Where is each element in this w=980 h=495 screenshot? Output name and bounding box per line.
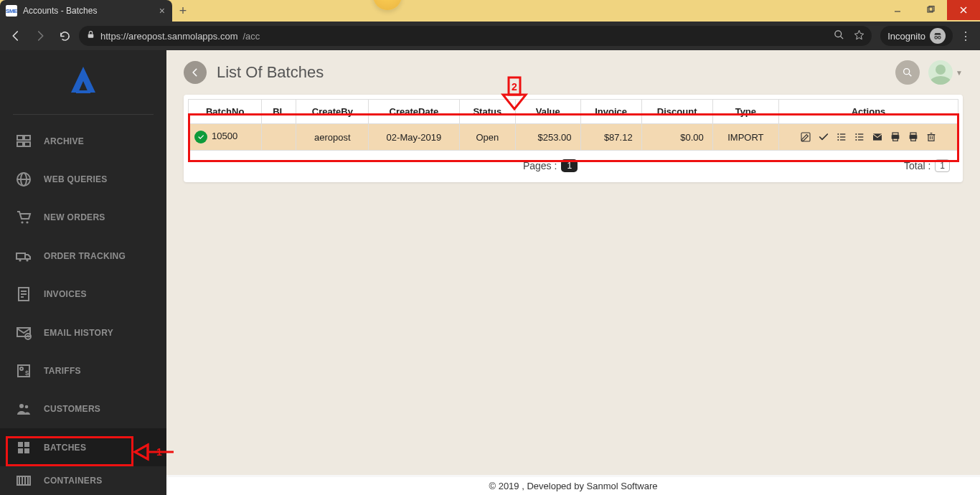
svg-point-48 (837, 136, 839, 138)
cell-invoice: $87.12 (580, 124, 641, 151)
invoice-icon (14, 285, 33, 303)
sidebar-item-label: ORDER TRACKING (44, 251, 126, 261)
site-footer: © 2019 , Developed by Sanmol Software (166, 475, 980, 495)
status-check-icon (194, 131, 207, 143)
browser-tab[interactable]: SME Accounts - Batches × (0, 0, 172, 22)
footer-text: © 2019 , Developed by Sanmol Software (489, 481, 657, 491)
incognito-icon (930, 28, 946, 44)
batches-card: BatchNo BL CreateBy CreateDate Status Va… (184, 95, 963, 182)
back-button[interactable] (6, 26, 26, 46)
zoom-icon[interactable] (834, 29, 844, 42)
sidebar-divider (13, 114, 154, 115)
list-icon[interactable] (836, 131, 847, 143)
reload-button[interactable] (55, 26, 75, 46)
sidebar-item-batches[interactable]: BATCHES (0, 428, 166, 466)
new-tab-button[interactable]: + (172, 0, 194, 22)
sidebar-item-customers[interactable]: CUSTOMERS (0, 390, 166, 428)
svg-text:$: $ (25, 369, 29, 377)
close-window-button[interactable] (947, 0, 980, 20)
print-icon[interactable] (890, 131, 901, 143)
cell-status: Open (459, 124, 516, 151)
sidebar-item-archive[interactable]: ARCHIVE (0, 122, 166, 160)
truck-icon (14, 247, 33, 265)
col-bl[interactable]: BL (262, 100, 296, 124)
approve-icon[interactable] (818, 131, 829, 143)
col-type[interactable]: Type (712, 100, 778, 124)
sidebar-item-web-queries[interactable]: WEB QUERIES (0, 160, 166, 198)
cart-icon (14, 208, 33, 227)
sidebar-item-label: NEW ORDERS (44, 212, 105, 222)
incognito-label: Incognito (887, 31, 925, 42)
col-value[interactable]: Value (516, 100, 581, 124)
pagination: Pages : 1 (523, 159, 578, 172)
favicon-icon: SME (6, 5, 17, 16)
browser-menu-button[interactable]: ⋮ (957, 29, 974, 43)
svg-point-9 (938, 37, 941, 39)
edit-icon[interactable] (800, 131, 811, 143)
lock-icon (86, 30, 95, 42)
col-createdate[interactable]: CreateDate (369, 100, 459, 124)
email-icon[interactable] (872, 131, 883, 143)
svg-point-6 (835, 31, 842, 37)
cell-bl (262, 124, 296, 151)
decorative-sun (373, 0, 402, 10)
batches-icon (14, 438, 33, 457)
page-title: List Of Batches (217, 63, 324, 82)
customers-icon (14, 400, 33, 418)
window-controls (881, 0, 980, 20)
svg-point-33 (19, 404, 24, 408)
col-invoice[interactable]: Invoice (580, 100, 641, 124)
svg-rect-36 (24, 442, 29, 447)
table-row[interactable]: 10500 aeropost 02-May-2019 Open $253.00 … (189, 124, 958, 151)
svg-rect-35 (18, 442, 23, 447)
col-batchno[interactable]: BatchNo (189, 100, 262, 124)
address-bar[interactable]: https://areopost.sanmolapps.com/acc (79, 26, 872, 46)
pages-label: Pages : (523, 160, 557, 171)
total-value: 1 (935, 159, 950, 172)
svg-rect-15 (24, 142, 30, 146)
svg-rect-38 (24, 448, 29, 453)
svg-rect-21 (17, 253, 25, 259)
avatar[interactable] (928, 60, 953, 85)
app-sidebar: ARCHIVE WEB QUERIES NEW ORDERS ORDER TRA… (0, 50, 166, 495)
col-createby[interactable]: CreateBy (296, 100, 369, 124)
incognito-indicator[interactable]: Incognito (880, 26, 953, 46)
account-caret-icon[interactable]: ▼ (956, 69, 963, 77)
sidebar-item-order-tracking[interactable]: ORDER TRACKING (0, 237, 166, 275)
forward-button[interactable] (30, 26, 50, 46)
browser-toolbar: https://areopost.sanmolapps.com/acc Inco… (0, 22, 980, 50)
close-tab-icon[interactable]: × (159, 6, 165, 16)
maximize-button[interactable] (914, 0, 947, 20)
svg-point-19 (21, 222, 23, 224)
sidebar-item-new-orders[interactable]: NEW ORDERS (0, 199, 166, 237)
sidebar-item-tariffs[interactable]: $ TARIFFS (0, 352, 166, 390)
sidebar-item-label: EMAIL HISTORY (44, 328, 113, 338)
print-alt-icon[interactable] (908, 131, 919, 143)
svg-point-8 (935, 37, 938, 39)
sidebar-item-label: BATCHES (44, 443, 86, 453)
cell-createby: aeropost (296, 124, 369, 151)
col-status[interactable]: Status (459, 100, 516, 124)
search-button[interactable] (895, 60, 920, 85)
tab-title: Accounts - Batches (23, 6, 154, 16)
page-1-button[interactable]: 1 (561, 159, 578, 172)
url-host: https://areopost.sanmolapps.com (100, 31, 238, 42)
svg-rect-66 (928, 135, 934, 141)
svg-point-20 (26, 222, 28, 224)
sidebar-item-invoices[interactable]: INVOICES (0, 275, 166, 314)
delete-icon[interactable] (925, 131, 937, 143)
sidebar-item-email-history[interactable]: EMAIL HISTORY (0, 314, 166, 352)
sidebar-item-label: INVOICES (44, 289, 87, 299)
svg-rect-11 (76, 90, 90, 93)
app-logo[interactable] (0, 50, 166, 114)
star-icon[interactable] (854, 29, 864, 42)
sidebar-item-containers[interactable]: CONTAINERS (0, 466, 166, 495)
minimize-button[interactable] (881, 0, 914, 20)
svg-rect-5 (88, 34, 94, 37)
cell-batchno: 10500 (189, 124, 262, 151)
page-back-button[interactable] (184, 61, 207, 84)
svg-point-53 (855, 133, 857, 135)
list-alt-icon[interactable] (854, 131, 865, 143)
col-discount[interactable]: Discount (641, 100, 712, 124)
svg-rect-46 (801, 133, 810, 141)
